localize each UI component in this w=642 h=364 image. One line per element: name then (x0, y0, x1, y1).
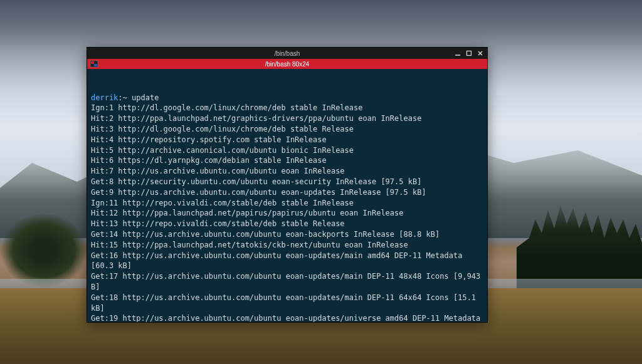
output-line: Get:19 http://us.archive.ubuntu.com/ubun… (91, 313, 483, 322)
window-controls (453, 49, 485, 58)
output-line: Get:9 http://us.archive.ubuntu.com/ubunt… (91, 187, 483, 198)
terminal-window: /bin/bash /bin/bash 80x24 derrik:~ updat… (87, 47, 488, 323)
svg-rect-5 (91, 61, 94, 64)
prompt-user: derrik (91, 93, 118, 102)
prompt-line: derrik:~ update (91, 93, 483, 103)
output-line: Get:17 http://us.archive.ubuntu.com/ubun… (91, 271, 483, 293)
maximize-button[interactable] (465, 49, 473, 58)
maximize-icon (466, 50, 472, 56)
output-line: Get:8 http://security.ubuntu.com/ubuntu … (91, 177, 483, 187)
prompt-command: update (132, 93, 159, 102)
output-line: Hit:2 http://ppa.launchpad.net/graphics-… (91, 113, 483, 124)
svg-rect-6 (94, 64, 97, 66)
minimize-icon (455, 50, 461, 56)
output-line: Ign:11 http://repo.vivaldi.com/stable/de… (91, 198, 483, 209)
output-line: Get:16 http://us.archive.ubuntu.com/ubun… (91, 251, 483, 272)
terminal-tab-title: /bin/bash 80x24 (265, 61, 310, 68)
close-button[interactable] (476, 49, 485, 58)
output-line: Hit:3 http://dl.google.com/linux/chrome/… (91, 124, 483, 135)
output-line: Ign:1 http://dl.google.com/linux/chrome/… (91, 103, 483, 113)
bg-trees-left (0, 213, 88, 288)
minimize-button[interactable] (453, 49, 462, 58)
output-line: Get:14 http://us.archive.ubuntu.com/ubun… (91, 229, 483, 240)
close-icon (477, 50, 483, 56)
window-titlebar[interactable]: /bin/bash (87, 48, 487, 59)
output-line: Hit:7 http://us.archive.ubuntu.com/ubunt… (91, 166, 483, 177)
output-line: Hit:15 http://ppa.launchpad.net/tatokis/… (91, 240, 483, 251)
output-line: Get:18 http://us.archive.ubuntu.com/ubun… (91, 293, 483, 314)
output-line: Hit:4 http://repository.spotify.com stab… (91, 135, 483, 145)
window-title: /bin/bash (275, 50, 300, 57)
output-line: Hit:6 https://dl.yarnpkg.com/debian stab… (91, 155, 483, 166)
terminal-tab-bar: /bin/bash 80x24 (87, 59, 487, 69)
output-line: Hit:12 http://ppa.launchpad.net/papirus/… (91, 208, 483, 219)
output-line: Hit:5 http://archive.canonical.com/ubunt… (91, 145, 483, 156)
terminal-output[interactable]: derrik:~ updateIgn:1 http://dl.google.co… (87, 69, 487, 322)
terminal-icon (90, 60, 98, 68)
prompt-separator: :~ (118, 93, 127, 102)
output-line: Hit:13 http://repo.vivaldi.com/stable/de… (91, 219, 483, 229)
svg-rect-1 (467, 51, 471, 56)
